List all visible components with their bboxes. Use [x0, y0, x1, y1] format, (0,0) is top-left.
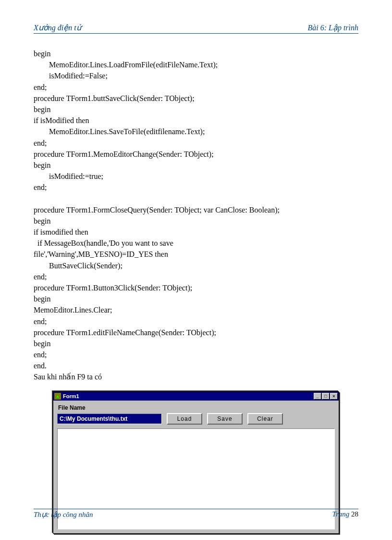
save-button[interactable]: Save [207, 413, 243, 425]
code-listing: begin MemoEditor.Lines.LoadFromFile(edit… [34, 48, 358, 383]
minimize-button[interactable]: _ [314, 393, 321, 400]
app-icon: ▲ [54, 393, 61, 400]
filename-input[interactable]: C:\My Documents\thu.txt [57, 414, 162, 424]
filename-label: File Name [58, 404, 335, 411]
page-label: Trang [332, 510, 349, 518]
page-header: Xưởng điện tử Bài 6: Lập trình [34, 23, 358, 34]
titlebar: ▲ Form1 _ □ × [53, 392, 339, 401]
footer-left: Thực tập công nhân [34, 510, 93, 519]
page-number: 28 [351, 510, 358, 518]
clear-button[interactable]: Clear [247, 413, 283, 425]
close-button[interactable]: × [330, 393, 338, 400]
header-left: Xưởng điện tử [34, 23, 81, 32]
page-footer: Thực tập công nhân Trang 28 [34, 509, 358, 519]
window-title: Form1 [63, 393, 314, 399]
header-right: Bài 6: Lập trình [307, 23, 358, 32]
toolbar: File Name C:\My Documents\thu.txt Load S… [53, 401, 339, 428]
maximize-button[interactable]: □ [322, 393, 330, 400]
footer-right: Trang 28 [332, 510, 358, 519]
load-button[interactable]: Load [167, 413, 202, 425]
